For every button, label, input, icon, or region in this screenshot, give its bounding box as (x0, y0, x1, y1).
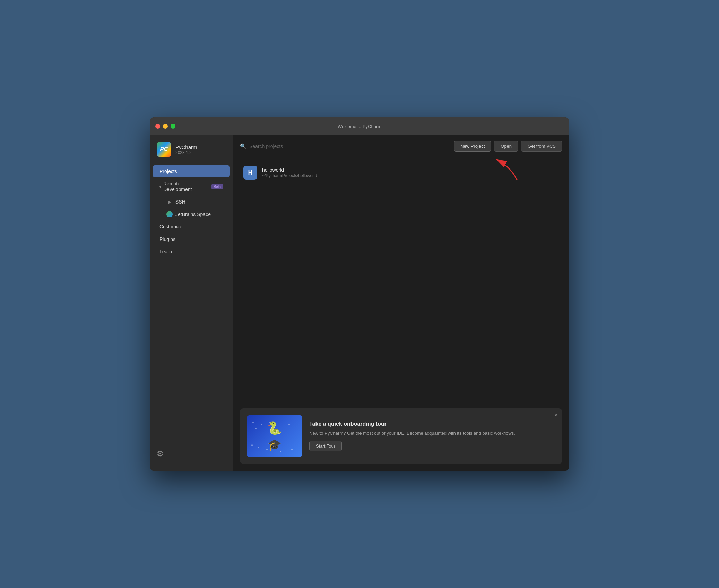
content-area: 🔍 New Project Open Get from VCS (233, 135, 569, 471)
jetbrains-space-label: JetBrains Space (175, 211, 211, 217)
sidebar-item-learn[interactable]: Learn (153, 246, 230, 258)
window-title: Welcome to PyCharm (338, 124, 381, 129)
new-project-button[interactable]: New Project (454, 141, 491, 152)
project-avatar: H (243, 166, 257, 180)
app-name: PyCharm (175, 144, 197, 150)
sidebar-bottom: ⚙ (150, 444, 233, 464)
search-icon: 🔍 (240, 143, 246, 149)
beta-badge: Beta (211, 184, 223, 189)
terminal-icon: ▶ (166, 199, 173, 205)
customize-label: Customize (159, 224, 182, 230)
pycharm-logo-icon: PC (157, 142, 171, 157)
ssh-label: SSH (175, 199, 185, 205)
jetbrains-space-icon (166, 211, 173, 217)
banner-image-content: 🐍 🎓 (267, 421, 283, 451)
graduation-hat-icon: 🎓 (268, 438, 281, 451)
settings-icon[interactable]: ⚙ (157, 449, 166, 458)
projects-list: H helloworld ~/PycharmProjects/helloworl… (233, 157, 569, 408)
plugins-label: Plugins (159, 236, 175, 242)
onboarding-banner: 🐍 🎓 Take a quick onboarding tour New to … (240, 408, 562, 464)
toolbar: 🔍 New Project Open Get from VCS (233, 135, 569, 157)
sidebar-item-projects-label: Projects (159, 168, 177, 174)
python-logo-icon: 🐍 (267, 421, 283, 435)
sidebar-item-plugins[interactable]: Plugins (153, 233, 230, 245)
search-input[interactable] (249, 144, 450, 149)
window-controls (155, 124, 175, 129)
logo-info: PyCharm 2023.1.2 (175, 144, 197, 155)
project-name: helloworld (262, 167, 317, 173)
project-info: helloworld ~/PycharmProjects/helloworld (262, 167, 317, 178)
banner-image: 🐍 🎓 (247, 415, 302, 457)
banner-description: New to PyCharm? Get the most out of your… (309, 430, 555, 437)
sidebar-item-customize[interactable]: Customize (153, 221, 230, 233)
sidebar: PC PyCharm 2023.1.2 Projects ▾ Remote De… (150, 135, 233, 471)
sidebar-item-remote-development[interactable]: ▾ Remote Development Beta (153, 178, 230, 195)
remote-development-label: Remote Development (163, 181, 209, 192)
app-version: 2023.1.2 (175, 150, 197, 155)
chevron-down-icon: ▾ (159, 185, 161, 189)
maximize-button[interactable] (171, 124, 175, 129)
learn-label: Learn (159, 249, 172, 254)
search-container: 🔍 (240, 143, 450, 149)
main-content: PC PyCharm 2023.1.2 Projects ▾ Remote De… (150, 135, 569, 471)
banner-title: Take a quick onboarding tour (309, 421, 555, 427)
banner-text: Take a quick onboarding tour New to PyCh… (309, 421, 555, 452)
sidebar-item-ssh[interactable]: ▶ SSH (153, 196, 230, 208)
minimize-button[interactable] (163, 124, 168, 129)
project-path: ~/PycharmProjects/helloworld (262, 173, 317, 178)
start-tour-button[interactable]: Start Tour (309, 441, 342, 451)
open-button[interactable]: Open (494, 141, 518, 152)
banner-close-button[interactable]: × (554, 413, 557, 418)
close-button[interactable] (155, 124, 160, 129)
sidebar-item-jetbrains-space[interactable]: JetBrains Space (153, 208, 230, 220)
project-item[interactable]: H helloworld ~/PycharmProjects/helloworl… (240, 162, 562, 184)
logo-text: PC (160, 146, 168, 153)
app-logo: PC PyCharm 2023.1.2 (150, 142, 233, 165)
sidebar-item-projects[interactable]: Projects (153, 165, 230, 177)
get-from-vcs-button[interactable]: Get from VCS (521, 141, 562, 152)
toolbar-buttons: New Project Open Get from VCS (454, 141, 562, 152)
sidebar-navigation: Projects ▾ Remote Development Beta ▶ SSH… (150, 165, 233, 258)
titlebar: Welcome to PyCharm (150, 117, 569, 135)
project-avatar-letter: H (248, 169, 253, 176)
main-window: Welcome to PyCharm PC PyCharm 2023.1.2 P… (150, 117, 569, 471)
